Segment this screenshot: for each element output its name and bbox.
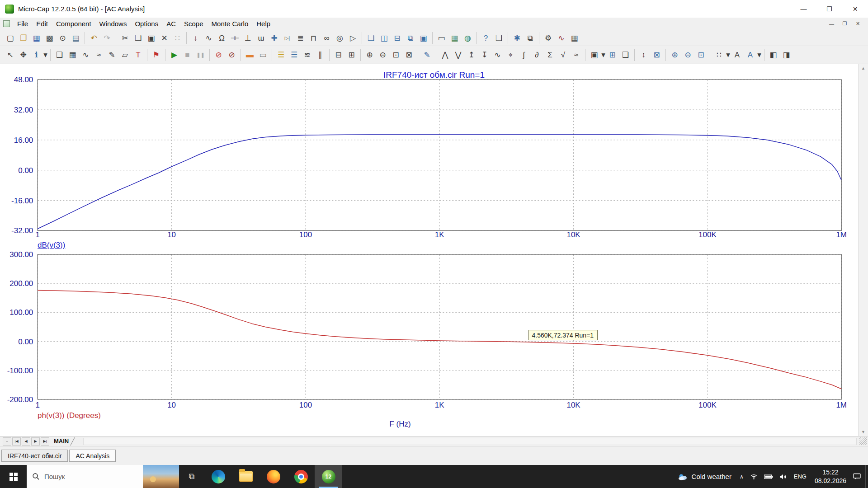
clipboard-view-icon[interactable]: ▭ bbox=[435, 32, 448, 45]
vertical-scrollbar[interactable]: ▲ ▼ bbox=[858, 64, 868, 436]
pane-left-icon[interactable]: ◧ bbox=[767, 48, 780, 61]
cursor-valley-icon[interactable]: ⋁ bbox=[452, 48, 465, 61]
polyline-icon[interactable]: ∿ bbox=[79, 48, 92, 61]
phase-chart[interactable]: 300.00200.00100.000.00-100.00-200.001101… bbox=[0, 248, 868, 419]
taskbar-search[interactable] bbox=[27, 465, 179, 488]
magnify-out-icon[interactable]: ⊖ bbox=[681, 48, 694, 61]
horizontal-axis-icon[interactable]: ☰ bbox=[274, 48, 288, 61]
tab-splitter-button[interactable]: − bbox=[3, 437, 11, 446]
info-mode-icon[interactable]: ℹ bbox=[30, 48, 43, 61]
prev-page-button[interactable]: ◀ bbox=[22, 437, 30, 446]
taskbar-app-micro-cap[interactable]: 12 bbox=[315, 465, 342, 488]
cut-icon[interactable]: ✂ bbox=[118, 32, 132, 45]
scroll-up-icon[interactable]: ▲ bbox=[861, 66, 865, 70]
paste-waveform-icon[interactable]: ▣ bbox=[588, 48, 601, 61]
cursor-rms-icon[interactable]: √ bbox=[557, 48, 570, 61]
annotate-icon[interactable]: ✎ bbox=[105, 48, 118, 61]
ruler-icon[interactable]: ▭ bbox=[256, 48, 269, 61]
battery-icon[interactable] bbox=[764, 474, 773, 479]
shape-icon[interactable]: ▱ bbox=[118, 48, 132, 61]
full-grid-icon[interactable]: ⊞ bbox=[345, 48, 358, 61]
pan-mode-icon[interactable]: ✥ bbox=[17, 48, 30, 61]
cursor-sum-icon[interactable]: Σ bbox=[543, 48, 557, 61]
close-button[interactable]: ✕ bbox=[842, 0, 868, 18]
phase-trace-label[interactable]: ph(v(3)) (Degrees) bbox=[38, 411, 101, 420]
run-icon[interactable]: ▶ bbox=[168, 48, 181, 61]
redo-icon[interactable]: ↷ bbox=[100, 32, 113, 45]
browser-icon[interactable]: ◍ bbox=[461, 32, 474, 45]
mdi-minimize-button[interactable]: — bbox=[825, 19, 838, 28]
clock[interactable]: 15:22 08.02.2026 bbox=[815, 468, 846, 484]
gain-chart[interactable]: 48.0032.0016.000.00-16.00-32.001101001K1… bbox=[0, 73, 868, 247]
add-part-icon[interactable]: ✚ bbox=[268, 32, 281, 45]
show-desktop-button[interactable] bbox=[865, 465, 868, 488]
image-icon[interactable]: ▦ bbox=[448, 32, 461, 45]
font-dropdown-icon[interactable]: ▾ bbox=[757, 48, 762, 61]
menu-component[interactable]: Component bbox=[52, 19, 95, 29]
capacitor-icon[interactable]: ⊣⊢ bbox=[228, 32, 241, 45]
task-view-button[interactable]: ⧉ bbox=[179, 465, 204, 488]
text-tool-icon[interactable]: T bbox=[132, 48, 145, 61]
analysis-plot-icon[interactable]: ∿ bbox=[555, 32, 568, 45]
doc-tab-inactive[interactable]: IRF740-ист обм.cir bbox=[1, 450, 68, 462]
horizontal-grid-icon[interactable]: ☰ bbox=[288, 48, 301, 61]
tile-horizontal-icon[interactable]: ⊟ bbox=[391, 32, 404, 45]
smooth-curve-icon[interactable]: ≈ bbox=[92, 48, 105, 61]
properties-grid-icon[interactable]: ⊞ bbox=[606, 48, 619, 61]
edit-curve-icon[interactable]: ✎ bbox=[420, 48, 434, 61]
delete-icon[interactable]: ✕ bbox=[158, 32, 171, 45]
taskbar-app-firefox[interactable] bbox=[259, 465, 287, 488]
probe-all-icon[interactable]: ⊘ bbox=[225, 48, 238, 61]
meter-icon[interactable]: ◎ bbox=[333, 32, 346, 45]
cursor-integral-icon[interactable]: ∫ bbox=[517, 48, 530, 61]
save-icon[interactable]: ▦ bbox=[30, 32, 43, 45]
scroll-down-icon[interactable]: ▼ bbox=[861, 430, 865, 434]
font-icon[interactable]: A bbox=[731, 48, 744, 61]
doc-tab-active[interactable]: AC Analysis bbox=[69, 450, 116, 462]
calculator-icon[interactable]: ▦ bbox=[568, 32, 581, 45]
magnify-in-icon[interactable]: ⊕ bbox=[668, 48, 681, 61]
arrange-icon[interactable]: ⧉ bbox=[524, 32, 537, 45]
find-icon[interactable]: ⊙ bbox=[56, 32, 69, 45]
overlay-windows-icon[interactable]: ⧉ bbox=[404, 32, 417, 45]
resistor-icon[interactable]: Ω bbox=[215, 32, 228, 45]
page-tab-main[interactable]: MAIN bbox=[49, 438, 71, 445]
menu-ac[interactable]: AC bbox=[162, 19, 180, 29]
print-icon[interactable]: ▤ bbox=[69, 32, 82, 45]
taskbar-app-chrome[interactable] bbox=[287, 465, 315, 488]
tile-vertical-icon[interactable]: ◫ bbox=[377, 32, 391, 45]
font-color-icon[interactable]: A bbox=[744, 48, 757, 61]
language-indicator[interactable]: ENG bbox=[794, 473, 807, 480]
menu-scope[interactable]: Scope bbox=[180, 19, 208, 29]
gain-trace-label[interactable]: dB(v(3)) bbox=[38, 241, 65, 250]
zoom-out-icon[interactable]: ⊖ bbox=[376, 48, 389, 61]
translate-icon[interactable]: ▩ bbox=[43, 32, 56, 45]
cursor-low-icon[interactable]: ↧ bbox=[478, 48, 491, 61]
ground-icon[interactable]: ⊥ bbox=[241, 32, 255, 45]
cursor-target-icon[interactable]: ⌖ bbox=[504, 48, 517, 61]
dots-dropdown-icon[interactable]: ▾ bbox=[726, 48, 731, 61]
menu-help[interactable]: Help bbox=[252, 19, 274, 29]
cascade-windows-icon[interactable]: ❏ bbox=[364, 32, 377, 45]
next-page-button[interactable]: ▶ bbox=[31, 437, 40, 446]
sine-source-icon[interactable]: ∿ bbox=[202, 32, 215, 45]
maximize-button[interactable]: ❐ bbox=[816, 0, 842, 18]
cursor-high-icon[interactable]: ↥ bbox=[465, 48, 478, 61]
horizontal-scrollbar[interactable] bbox=[83, 438, 857, 445]
menu-edit[interactable]: Edit bbox=[32, 19, 52, 29]
zoom-fit-icon[interactable]: ⊠ bbox=[402, 48, 415, 61]
pane-right-icon[interactable]: ◨ bbox=[780, 48, 793, 61]
menu-windows[interactable]: Windows bbox=[95, 19, 131, 29]
volume-icon[interactable] bbox=[779, 474, 787, 480]
pulse-source-icon[interactable]: ⊓ bbox=[307, 32, 320, 45]
lock-scale-icon[interactable]: ⊠ bbox=[650, 48, 663, 61]
menu-options[interactable]: Options bbox=[131, 19, 162, 29]
cursor-slope-icon[interactable]: ∂ bbox=[530, 48, 543, 61]
minimize-button[interactable]: — bbox=[791, 0, 816, 18]
preferences-icon[interactable]: ⚙ bbox=[542, 32, 555, 45]
help-mode-icon[interactable]: ? bbox=[479, 32, 492, 45]
diode-icon[interactable]: ▷| bbox=[281, 32, 294, 45]
component-search-icon[interactable]: ✱ bbox=[510, 32, 524, 45]
zoom-area-icon[interactable]: ⊡ bbox=[389, 48, 402, 61]
mdi-close-button[interactable]: ✕ bbox=[851, 19, 864, 28]
